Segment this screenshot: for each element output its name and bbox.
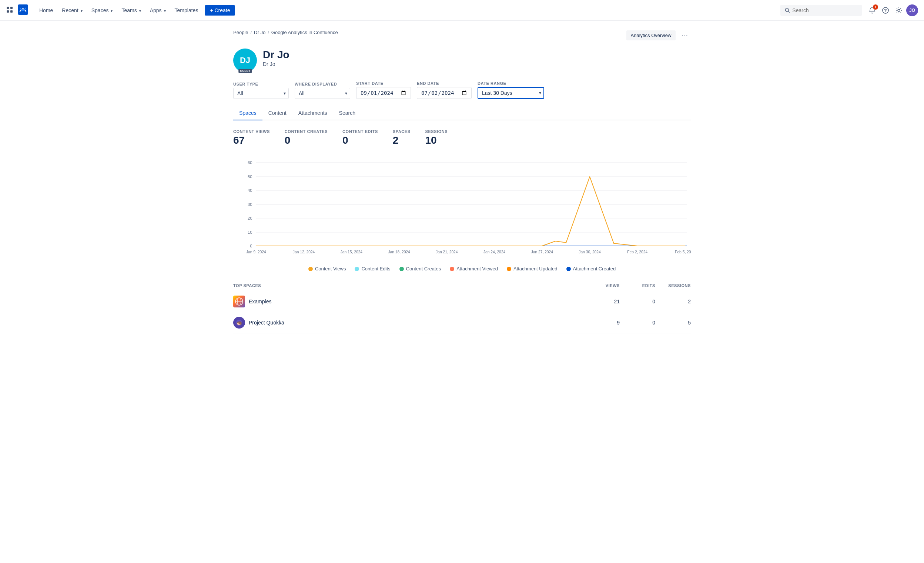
- top-spaces-header: TOP SPACES VIEWS EDITS SESSIONS: [233, 281, 691, 291]
- legend-label-attachment-viewed: Attachment Viewed: [456, 266, 498, 272]
- content-views-line: [256, 177, 685, 246]
- stat-content-edits-label: CONTENT EDITS: [342, 129, 378, 134]
- breadcrumb-page[interactable]: Google Analytics in Confluence: [272, 30, 338, 35]
- chart-legend: Content Views Content Edits Content Crea…: [233, 266, 691, 272]
- nav-recent[interactable]: Recent: [58, 5, 86, 15]
- breadcrumb-sep-1: /: [250, 30, 252, 35]
- end-date-filter: END DATE: [417, 81, 472, 99]
- date-range-select[interactable]: Last 30 Days Last 7 Days Last 90 Days Cu…: [477, 87, 544, 99]
- legend-dot-attachment-viewed: [450, 267, 454, 271]
- tab-search[interactable]: Search: [333, 106, 361, 120]
- nav-teams[interactable]: Teams: [118, 5, 144, 15]
- space-name-examples-text: Examples: [249, 299, 272, 305]
- stat-content-views-label: CONTENT VIEWS: [233, 129, 270, 134]
- end-date-label: END DATE: [417, 81, 472, 86]
- legend-content-creates: Content Creates: [399, 266, 441, 272]
- legend-dot-attachment-updated: [507, 267, 511, 271]
- legend-label-attachment-created: Attachment Created: [573, 266, 616, 272]
- stat-sessions-value: 10: [425, 134, 448, 146]
- user-type-select[interactable]: All Registered Guest: [233, 88, 289, 99]
- col-edits-header: EDITS: [626, 283, 655, 288]
- where-displayed-label: WHERE DISPLAYED: [295, 82, 350, 86]
- settings-button[interactable]: [893, 5, 905, 16]
- space-name-quokka: 🦔 Project Quokka: [233, 317, 584, 329]
- create-button[interactable]: + Create: [205, 5, 235, 15]
- nav-templates[interactable]: Templates: [171, 5, 202, 15]
- date-range-label: DATE RANGE: [477, 81, 544, 86]
- svg-rect-0: [7, 7, 9, 9]
- tab-content[interactable]: Content: [262, 106, 292, 120]
- space-sessions-quokka: 5: [661, 320, 691, 326]
- col-views-header: VIEWS: [590, 283, 620, 288]
- top-actions: Analytics Overview ···: [626, 30, 691, 41]
- user-initials: DJ: [240, 56, 250, 65]
- svg-text:🦔: 🦔: [236, 320, 243, 326]
- stat-content-edits-value: 0: [342, 134, 378, 146]
- legend-dot-content-views: [308, 267, 313, 271]
- analytics-overview-button[interactable]: Analytics Overview: [626, 30, 676, 41]
- user-profile-header: DJ GUEST Dr Jo Dr Jo: [233, 48, 691, 72]
- svg-text:10: 10: [248, 230, 252, 234]
- svg-text:Jan 24, 2024: Jan 24, 2024: [483, 250, 506, 254]
- svg-text:Jan 18, 2024: Jan 18, 2024: [388, 250, 410, 254]
- nav-apps[interactable]: Apps: [146, 5, 170, 15]
- where-displayed-select[interactable]: All: [295, 88, 350, 99]
- legend-content-views: Content Views: [308, 266, 346, 272]
- legend-content-edits: Content Edits: [355, 266, 390, 272]
- legend-label-content-edits: Content Edits: [361, 266, 390, 272]
- breadcrumb-people[interactable]: People: [233, 30, 248, 35]
- where-displayed-select-wrapper: All ▾: [295, 88, 350, 99]
- user-avatar-nav[interactable]: JO: [906, 5, 918, 16]
- breadcrumb-sep-2: /: [268, 30, 269, 35]
- guest-label: GUEST: [238, 69, 252, 73]
- tab-attachments[interactable]: Attachments: [292, 106, 333, 120]
- chart-container: 60 50 40 30 20 10 0 Jan 9, 2024 Jan 12, …: [233, 155, 691, 260]
- nav-home[interactable]: Home: [36, 5, 57, 15]
- start-date-input[interactable]: [356, 87, 411, 99]
- search-input[interactable]: [792, 8, 857, 14]
- svg-text:Feb 5, 2024: Feb 5, 2024: [675, 250, 691, 254]
- confluence-logo[interactable]: [18, 5, 28, 16]
- stat-sessions-label: SESSIONS: [425, 129, 448, 134]
- notifications-button[interactable]: 1: [866, 5, 878, 16]
- breadcrumb-user[interactable]: Dr Jo: [254, 30, 266, 35]
- tabs: Spaces Content Attachments Search: [233, 106, 691, 120]
- user-type-filter: USER TYPE All Registered Guest ▾: [233, 82, 289, 99]
- svg-text:60: 60: [248, 161, 252, 165]
- where-displayed-filter: WHERE DISPLAYED All ▾: [295, 82, 350, 99]
- user-type-label: USER TYPE: [233, 82, 289, 86]
- more-options-button[interactable]: ···: [679, 30, 691, 41]
- space-sessions-examples: 2: [661, 299, 691, 305]
- search-box[interactable]: [780, 5, 862, 16]
- user-type-select-wrapper: All Registered Guest ▾: [233, 88, 289, 99]
- svg-text:40: 40: [248, 188, 252, 193]
- stats-row: CONTENT VIEWS 67 CONTENT CREATES 0 CONTE…: [233, 129, 691, 146]
- space-views-examples: 21: [590, 299, 620, 305]
- svg-text:Jan 30, 2024: Jan 30, 2024: [579, 250, 601, 254]
- tab-spaces[interactable]: Spaces: [233, 106, 262, 120]
- legend-dot-attachment-created: [566, 267, 571, 271]
- legend-label-content-creates: Content Creates: [406, 266, 441, 272]
- help-button[interactable]: ?: [880, 5, 891, 16]
- svg-text:Jan 9, 2024: Jan 9, 2024: [246, 250, 266, 254]
- svg-point-9: [898, 9, 900, 12]
- date-range-select-wrapper: Last 30 Days Last 7 Days Last 90 Days Cu…: [477, 87, 544, 99]
- space-views-quokka: 9: [590, 320, 620, 326]
- legend-label-content-views: Content Views: [315, 266, 346, 272]
- space-edits-examples: 0: [626, 299, 655, 305]
- space-icon-quokka: 🦔: [233, 317, 245, 329]
- nav-spaces[interactable]: Spaces: [88, 5, 117, 15]
- svg-text:?: ?: [884, 8, 886, 13]
- end-date-input[interactable]: [417, 87, 472, 99]
- svg-text:30: 30: [248, 202, 252, 207]
- chart-svg: 60 50 40 30 20 10 0 Jan 9, 2024 Jan 12, …: [233, 155, 691, 259]
- space-icon-examples: [233, 296, 245, 308]
- svg-rect-2: [7, 11, 9, 13]
- svg-rect-3: [10, 11, 13, 13]
- grid-icon[interactable]: [6, 6, 14, 15]
- stat-spaces-label: SPACES: [393, 129, 411, 134]
- space-name-examples: Examples: [233, 296, 584, 308]
- space-edits-quokka: 0: [626, 320, 655, 326]
- legend-dot-content-edits: [355, 267, 359, 271]
- legend-attachment-updated: Attachment Updated: [507, 266, 558, 272]
